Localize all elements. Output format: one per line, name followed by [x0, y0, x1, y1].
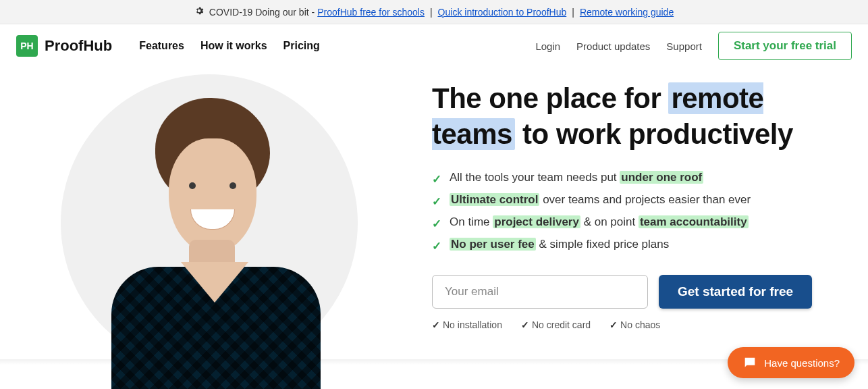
logo[interactable]: PH ProofHub — [16, 35, 112, 57]
bullet-text: No per user fee & simple fixed price pla… — [450, 238, 669, 251]
announcement-link-schools[interactable]: ProofHub free for schools — [317, 7, 425, 18]
gear-icon — [194, 6, 204, 18]
hero-content: The one place for remote teams to work p… — [405, 74, 841, 385]
check-icon: ✓ — [609, 319, 618, 330]
secondary-nav: Login Product updates Support Start your… — [535, 32, 852, 60]
headline-post: to work productively — [515, 118, 793, 150]
main-nav: PH ProofHub Features How it works Pricin… — [0, 24, 868, 68]
announcement-bar: COVID-19 Doing our bit - ProofHub free f… — [0, 0, 868, 24]
bullet-item: ✓ No per user fee & simple fixed price p… — [432, 238, 841, 253]
nav-login[interactable]: Login — [535, 41, 560, 52]
check-icon: ✓ — [521, 319, 529, 330]
start-trial-button[interactable]: Start your free trial — [718, 32, 852, 60]
separator: | — [430, 7, 433, 18]
nav-features[interactable]: Features — [139, 40, 184, 52]
email-input[interactable] — [432, 275, 648, 309]
person-illustration — [81, 88, 351, 385]
nav-support[interactable]: Support — [666, 41, 702, 52]
hero-image — [27, 74, 405, 385]
sub-bullets: ✓No installation ✓No credit card ✓No cha… — [432, 319, 841, 330]
hero-section: The one place for remote teams to work p… — [0, 68, 868, 385]
chat-widget[interactable]: Have questions? — [728, 347, 855, 378]
feature-bullets: ✓ All the tools your team needs put unde… — [432, 171, 841, 253]
announcement-link-remote[interactable]: Remote working guide — [580, 7, 674, 18]
logo-mark: PH — [16, 35, 38, 57]
bullet-item: ✓ Ultimate control over teams and projec… — [432, 193, 841, 209]
check-icon: ✓ — [432, 172, 441, 186]
get-started-button[interactable]: Get started for free — [659, 275, 812, 309]
bullet-text: On time project delivery & on point team… — [450, 215, 749, 229]
primary-nav-links: Features How it works Pricing — [139, 40, 320, 52]
check-icon: ✓ — [432, 194, 441, 209]
bullet-text: Ultimate control over teams and projects… — [450, 193, 751, 207]
sub-bullet: ✓No credit card — [521, 319, 591, 330]
signup-form: Get started for free — [432, 275, 841, 309]
chat-label: Have questions? — [764, 357, 840, 369]
separator: | — [572, 7, 574, 18]
announcement-text: COVID-19 Doing our bit - — [209, 7, 315, 18]
nav-how-it-works[interactable]: How it works — [200, 40, 267, 52]
sub-bullet: ✓No installation — [432, 319, 502, 330]
sub-bullet: ✓No chaos — [609, 319, 660, 330]
bullet-item: ✓ On time project delivery & on point te… — [432, 215, 841, 231]
headline-pre: The one place for — [432, 82, 668, 114]
nav-pricing[interactable]: Pricing — [283, 40, 320, 52]
chat-icon — [742, 355, 757, 370]
logo-text: ProofHub — [45, 37, 112, 55]
nav-product-updates[interactable]: Product updates — [576, 41, 650, 52]
bullet-item: ✓ All the tools your team needs put unde… — [432, 171, 841, 186]
hero-headline: The one place for remote teams to work p… — [432, 81, 841, 152]
bullet-text: All the tools your team needs put under … — [450, 171, 703, 184]
check-icon: ✓ — [432, 319, 440, 330]
check-icon: ✓ — [432, 239, 441, 253]
announcement-link-intro[interactable]: Quick introduction to ProofHub — [438, 7, 567, 18]
check-icon: ✓ — [432, 217, 441, 231]
